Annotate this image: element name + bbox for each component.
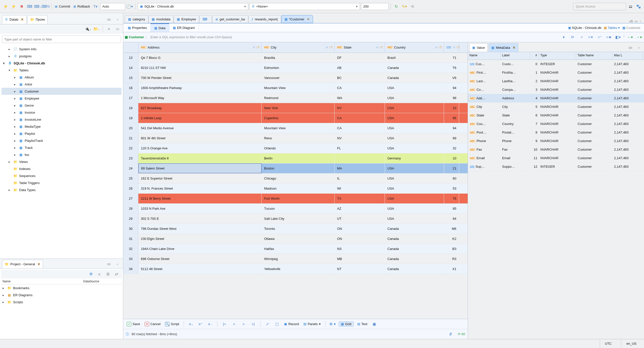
project-item[interactable]: ▸▦ER Diagrams	[1, 291, 122, 298]
filter-icon[interactable]: ▿	[376, 46, 378, 49]
table-row[interactable]: 21801 W 4th StreetRenoNVUSA89	[123, 133, 468, 143]
table-row[interactable]: 29302 S 700 ESalt Lake CityUTUSA84	[123, 214, 468, 224]
table-row[interactable]: 32194A Chain Lake DriveHalifaxNSCanadaB3	[123, 244, 468, 254]
record-toggle[interactable]: ▣ Record	[283, 322, 300, 326]
table-row[interactable]: 20541 Del Medio AvenueMountain ViewCAUSA…	[123, 123, 468, 133]
tree-node[interactable]: ▾🛢SQLite - Chinook.db	[2, 60, 122, 67]
editor-tab[interactable]: ▦mockdata	[148, 15, 174, 23]
refresh-icon[interactable]: ⟳	[569, 34, 576, 41]
filter-icon[interactable]: ▿	[578, 34, 585, 41]
new-connection-icon[interactable]: 🔌₊	[85, 25, 92, 32]
table-row[interactable]: 2469 Salem StreetBostonMAUSA21	[123, 163, 468, 173]
meta-col-name[interactable]: Name	[468, 52, 501, 60]
table-row[interactable]: 345112 48 StreetYellowknifeNTCanadaX1	[123, 264, 468, 274]
table-row[interactable]: 25162 E Superior StreetChicagoILUSA60	[123, 173, 468, 184]
panel-tab-value[interactable]: ▣Value	[469, 43, 488, 52]
tree-node[interactable]: 📁Table Triggers	[2, 179, 122, 186]
tree-node[interactable]: ▸▦Employee	[2, 95, 122, 102]
tree-node[interactable]: ▸▦InvoiceLine	[2, 116, 122, 123]
metadata-row[interactable]: ABC Add…Address4NVARCHARCustomer2,147,48…	[468, 94, 644, 103]
filter-star-icon[interactable]: ▿★	[606, 34, 613, 41]
gear-icon[interactable]: ⚙	[87, 271, 94, 278]
editor-tab[interactable]: ▦category	[125, 15, 148, 23]
tree-node[interactable]: ▾📁Tables	[2, 67, 122, 74]
zoom-icon[interactable]: ⤢	[264, 321, 271, 328]
rollback-button[interactable]: ▣ Rollback	[72, 4, 91, 9]
table-row[interactable]: 22120 S Orange AveOrlandoFLUSA32	[123, 143, 468, 153]
overflow-count[interactable]: »5	[629, 19, 633, 23]
datasource-combo[interactable]: ▣ SQLite - Chinook.db▾	[138, 3, 248, 10]
sort-icon[interactable]: ↑?	[329, 46, 332, 49]
gear-icon[interactable]: ⚙ ▾	[329, 321, 336, 328]
table-row[interactable]: 171 Microsoft WayRedmondWAUSA98	[123, 93, 468, 103]
tree-node[interactable]: ▸▦Artist	[2, 81, 122, 88]
highlight-icon[interactable]: ✎▾	[401, 3, 408, 10]
view-menu-icon[interactable]: ▫	[114, 16, 121, 23]
history-icon[interactable]: 🕘▾	[126, 3, 133, 10]
filter-icon[interactable]: ▿	[435, 46, 437, 49]
metadata-row[interactable]: ABC Last…LastNa…2NVARCHARCustomer2,147,4…	[468, 77, 644, 85]
duprow-icon[interactable]: ≡⁺	[197, 321, 204, 328]
sql-editor-icon[interactable]: ⌨	[26, 3, 33, 10]
tree-node[interactable]: ▸▦Genre	[2, 102, 122, 109]
metadata-row[interactable]: ABC StateState6NVARCHARCustomer2,147,483	[468, 111, 644, 120]
table-row[interactable]: 26319 N. Frances StreetMadisonWIUSA53	[123, 184, 468, 194]
sort-icon[interactable]: ↑?	[256, 46, 259, 49]
metadata-row[interactable]: 123 Sup…Suppo…12INTEGERCustomer2,147,483	[468, 162, 644, 171]
table-row[interactable]: 281033 N Park AveTucsonAZUSA85	[123, 204, 468, 214]
metadata-row[interactable]: ABC CityCity5NVARCHARCustomer2,147,483	[468, 103, 644, 111]
navigator-filter-input[interactable]	[2, 35, 121, 43]
view-tab-databases[interactable]: 🛢Datab✕	[2, 15, 26, 24]
link-icon[interactable]: ▭	[114, 25, 121, 32]
tree-node[interactable]: 📁Sequences	[2, 172, 122, 179]
tree-node[interactable]: ▸▦Album	[2, 74, 122, 81]
column-header-state[interactable]: ABCState▿↑?	[335, 42, 385, 53]
schema-combo[interactable]: 🛢 <None>▾	[249, 3, 360, 10]
tree-node[interactable]: ▸📁Views	[2, 158, 122, 165]
breadcrumb-table[interactable]: ▦ Customer	[622, 26, 640, 30]
view-tab-projects[interactable]: 📁Проек	[27, 15, 48, 24]
sql-recent-icon[interactable]: ⌨↻	[42, 3, 49, 10]
editor-tab[interactable]: ▦Employee	[174, 15, 199, 23]
close-icon[interactable]: ✕	[37, 262, 40, 266]
tree-node[interactable]: ▸▦Playlist	[2, 130, 122, 137]
editor-tab[interactable]: ≣get_customer_ba	[212, 15, 248, 23]
meta-col-hash[interactable]: #	[530, 52, 539, 60]
table-row[interactable]: 191 Infinite LoopCupertinoCAUSA95	[123, 113, 468, 123]
commit-button[interactable]: ▣ Commit	[54, 4, 71, 9]
table-row[interactable]: 23Tauentzienstraße 8BerlinGermany10	[123, 153, 468, 163]
tree-node[interactable]: ▸🛢postgres	[2, 53, 122, 60]
close-icon[interactable]: ✕	[513, 46, 515, 50]
refresh-count[interactable]: ⟳ 60	[458, 332, 465, 336]
filter-icon[interactable]: ▿	[326, 46, 328, 49]
prev-icon[interactable]: <	[230, 321, 237, 328]
column-header-city[interactable]: ABCCity▿↑?	[262, 42, 335, 53]
export-icon[interactable]: ▣	[371, 321, 378, 328]
maximize-icon[interactable]: ▫	[640, 19, 641, 23]
disconnect-icon[interactable]: ✖	[18, 3, 25, 10]
sort-icon[interactable]: ↑?	[456, 46, 460, 49]
column-header-datasource[interactable]: DataSource	[82, 279, 122, 284]
minimize-icon[interactable]: ▭	[105, 260, 112, 268]
text-mode-button[interactable]: ▤ Text	[356, 322, 369, 326]
tree-node[interactable]: ▸▦foo	[2, 151, 122, 158]
subtab-properties[interactable]: ▦Properties	[124, 23, 151, 32]
addrow-icon[interactable]: ≡₊	[187, 321, 194, 328]
connect-icon[interactable]: ⚡	[2, 3, 9, 10]
grid-mode-button[interactable]: ▦ Grid	[339, 321, 354, 327]
table-row[interactable]: 272211 W Berry StreetFort WorthTXUSA76	[123, 194, 468, 204]
column-header-country[interactable]: ABCCountry▿↑?	[385, 42, 444, 53]
filter-icon[interactable]: ▿	[253, 46, 255, 49]
panel-tab-metadata[interactable]: ▦MetaData✕	[489, 43, 518, 52]
metadata-row[interactable]: ABC FaxFax10NVARCHARCustomer2,147,483	[468, 145, 644, 154]
txn-mode-combo[interactable]: Auto	[100, 3, 125, 10]
subtab-data[interactable]: ▦Data	[151, 23, 169, 32]
breadcrumb-tables[interactable]: ▦ Tables ▾	[604, 26, 620, 30]
tree-node[interactable]: ▸▦Customer	[2, 88, 122, 95]
perspective-icon-1[interactable]: 🗂	[627, 3, 634, 10]
project-item[interactable]: ▸📁Scripts	[1, 298, 122, 306]
metadata-row[interactable]: ABC PhonePhone9NVARCHARCustomer2,147,483	[468, 137, 644, 145]
table-row[interactable]: 13Qe 7 Bloco GBrasíliaDFBrazil71	[123, 53, 468, 63]
delrow-icon[interactable]: ≡₋	[207, 321, 214, 328]
tree-node[interactable]: 📁Indexes	[2, 165, 122, 172]
